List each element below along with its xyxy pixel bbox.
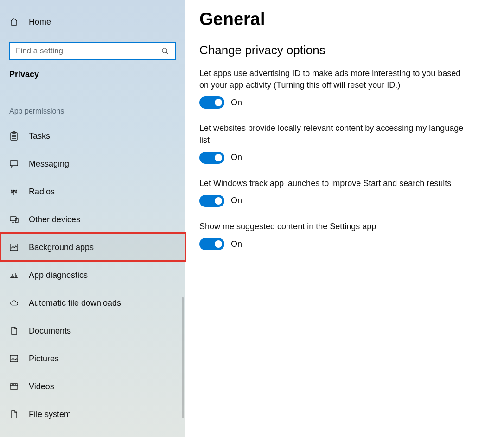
setting-suggested-content: Show me suggested content in the Setting… (199, 221, 490, 250)
setting-desc: Let apps use advertising ID to make ads … (199, 68, 468, 91)
toggle-state-label: On (231, 196, 242, 206)
app-diagnostics-icon (9, 270, 19, 280)
svg-point-4 (13, 190, 15, 192)
toggle-suggested-content[interactable] (199, 238, 224, 250)
nav-list: Tasks Messaging Radios (0, 122, 185, 428)
search-input[interactable] (16, 46, 160, 56)
setting-desc: Let websites provide locally relevant co… (199, 122, 468, 146)
videos-icon (9, 382, 19, 391)
toggle-state-label: On (231, 153, 242, 162)
sidebar-item-label: Other devices (29, 215, 80, 225)
sidebar-item-pictures[interactable]: Pictures (0, 345, 185, 373)
toggle-app-launches[interactable] (199, 195, 224, 207)
section-title: Change privacy options (199, 43, 490, 58)
sidebar-item-app-diagnostics[interactable]: App diagnostics (0, 261, 185, 289)
sidebar-item-background-apps[interactable]: Background apps (0, 233, 185, 261)
setting-desc: Show me suggested content in the Setting… (199, 221, 468, 232)
sidebar-item-label: File system (29, 410, 71, 419)
sidebar: Home Privacy App permissions Tasks (0, 0, 185, 437)
sidebar-item-videos[interactable]: Videos (0, 373, 185, 400)
search-icon (160, 46, 170, 56)
toggle-advertising-id[interactable] (199, 96, 224, 109)
file-system-icon (9, 410, 19, 419)
svg-point-0 (162, 48, 167, 53)
background-apps-icon (9, 243, 19, 252)
sidebar-item-messaging[interactable]: Messaging (0, 150, 185, 178)
pictures-icon (9, 354, 19, 363)
page-title: General (199, 9, 490, 29)
sidebar-item-label: Tasks (29, 131, 50, 141)
home-icon (9, 17, 19, 26)
sidebar-item-radios[interactable]: Radios (0, 178, 185, 206)
toggle-state-label: On (231, 98, 242, 108)
sidebar-item-label: App diagnostics (29, 270, 88, 280)
cloud-icon (9, 298, 19, 308)
sidebar-item-file-system[interactable]: File system (0, 400, 185, 428)
section-heading: App permissions (0, 107, 185, 116)
messaging-icon (9, 159, 19, 168)
main-content: General Change privacy options Let apps … (185, 0, 504, 437)
sidebar-item-tasks[interactable]: Tasks (0, 122, 185, 150)
toggle-language-list[interactable] (199, 152, 224, 164)
sidebar-item-label: Documents (29, 326, 71, 336)
home-nav[interactable]: Home (0, 11, 185, 32)
category-label: Privacy (0, 70, 185, 79)
svg-rect-3 (10, 161, 18, 166)
other-devices-icon (9, 215, 19, 224)
scrollbar[interactable] (182, 297, 184, 418)
sidebar-item-documents[interactable]: Documents (0, 317, 185, 345)
setting-desc: Let Windows track app launches to improv… (199, 178, 468, 189)
setting-app-launches: Let Windows track app launches to improv… (199, 178, 490, 207)
sidebar-item-label: Radios (29, 187, 55, 197)
sidebar-item-label: Messaging (29, 159, 69, 169)
sidebar-item-label: Pictures (29, 354, 59, 364)
sidebar-item-label: Videos (29, 382, 54, 392)
setting-advertising-id: Let apps use advertising ID to make ads … (199, 68, 490, 109)
toggle-state-label: On (231, 239, 242, 249)
sidebar-item-automatic-file-downloads[interactable]: Automatic file downloads (0, 289, 185, 317)
sidebar-item-label: Background apps (29, 243, 94, 252)
radios-icon (9, 187, 19, 196)
svg-rect-6 (15, 218, 18, 223)
document-icon (9, 326, 19, 335)
home-label: Home (29, 17, 51, 27)
sidebar-item-label: Automatic file downloads (29, 298, 121, 308)
search-box[interactable] (9, 42, 176, 60)
sidebar-item-other-devices[interactable]: Other devices (0, 206, 185, 233)
search-row (0, 42, 185, 60)
setting-language-list: Let websites provide locally relevant co… (199, 122, 490, 163)
tasks-icon (9, 131, 19, 141)
